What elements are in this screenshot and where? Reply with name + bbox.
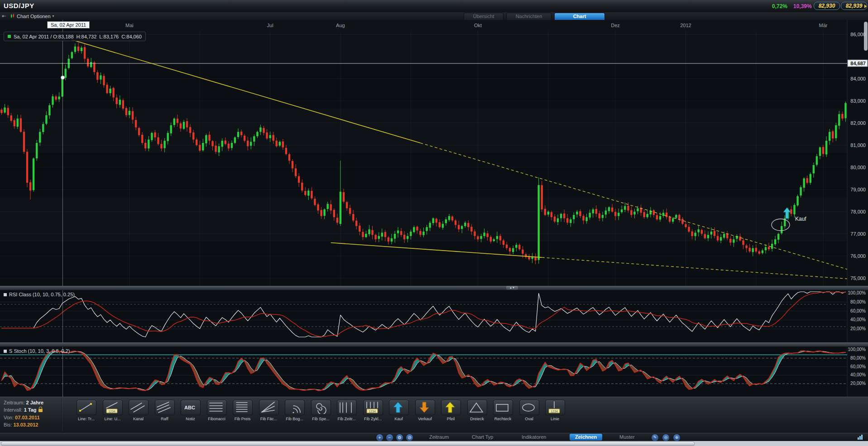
- fib-retracement-icon: [207, 400, 225, 414]
- tool-trend-line-badge[interactable]: 1234Line: U...: [100, 400, 125, 421]
- rsi-label: RSI Class (10, 10, 0.75, 0.25): [4, 292, 75, 297]
- chevron-down-icon: ▾: [53, 14, 54, 18]
- svg-text:2012: 2012: [680, 23, 691, 28]
- fib-price-icon: [233, 400, 250, 414]
- svg-text:Okt: Okt: [474, 23, 482, 28]
- tool-label: Pfeil: [438, 417, 464, 421]
- candlestick-plot[interactable]: MaiJulAugOktDez2012Mär86,00084,00083,000…: [0, 20, 868, 286]
- svg-text:40,00%: 40,00%: [850, 317, 866, 322]
- horizontal-scrollbar-thumb[interactable]: [1, 441, 695, 446]
- lock-icon[interactable]: [38, 409, 43, 412]
- tool-rectangle[interactable]: Rechteck: [490, 400, 516, 421]
- range-info: Zeitraum: 2 Jahre: [4, 400, 43, 405]
- stoch-square-icon: [4, 350, 7, 353]
- ctrl-tab-indikatoren[interactable]: Indikatoren: [522, 434, 546, 440]
- tab-chart[interactable]: Chart: [554, 13, 605, 20]
- svg-text:Aug: Aug: [336, 23, 345, 28]
- dock-toggle-icon[interactable]: ⇤: [2, 13, 6, 19]
- ctrl-tab-chart-typ[interactable]: Chart Typ: [472, 434, 494, 440]
- svg-text:79,000: 79,000: [850, 187, 866, 192]
- buy-annotation-label: Kauf: [795, 216, 806, 222]
- oval-icon: [520, 400, 537, 414]
- pencil-icon[interactable]: ✎: [651, 434, 659, 441]
- tool-raff[interactable]: Raff: [152, 400, 177, 421]
- fib-spiral-icon: [312, 400, 329, 414]
- move-icon[interactable]: ⊕: [673, 434, 681, 441]
- svg-text:60,00%: 60,00%: [850, 364, 866, 369]
- vertical-scrollbar-thumb[interactable]: [864, 22, 868, 51]
- stochastic-label: S Stoch (10, 10, 3, 0.8, 0.2): [4, 348, 70, 354]
- svg-text:77,000: 77,000: [850, 231, 866, 237]
- svg-text:Dez: Dez: [611, 23, 620, 28]
- ctrl-tab-zeitraum[interactable]: Zeitraum: [429, 434, 449, 440]
- tool-label: Fibonacci: [204, 417, 230, 421]
- trend-line-icon: [77, 400, 94, 414]
- tool-fib-spiral[interactable]: Fib Spe...: [308, 400, 334, 421]
- tool-label: Verkauf: [412, 417, 438, 421]
- block-button[interactable]: ⊘: [406, 434, 413, 441]
- from-date-info: Von: 07.03.2011: [4, 415, 40, 420]
- tool-fib-time[interactable]: Fib Zeitr...: [334, 400, 360, 421]
- tool-fib-retracement[interactable]: Fibonacci: [204, 400, 230, 421]
- symbol-title: USD/JPY: [4, 2, 34, 9]
- svg-text:100,00%: 100,00%: [848, 347, 866, 352]
- rsi-panel[interactable]: 100,00%80,00%60,00%40,00%20,00%: [0, 289, 868, 342]
- tool-fib-cycle[interactable]: 1234Fib Zykl...: [360, 400, 386, 421]
- tool-buy-arrow[interactable]: Kauf: [386, 400, 412, 421]
- ctrl-tab-muster[interactable]: Muster: [619, 434, 635, 440]
- tool-label: Raff: [152, 417, 177, 421]
- gear-button[interactable]: ⚙: [396, 434, 403, 441]
- minus-button[interactable]: −: [386, 434, 393, 441]
- tool-label: Oval: [516, 417, 542, 421]
- svg-text:81,000: 81,000: [850, 142, 866, 148]
- tool-note-abc[interactable]: ABCNotiz: [177, 400, 203, 421]
- tab-nachrichten[interactable]: Nachrichten: [506, 13, 551, 20]
- tool-label: Fib Fäc...: [256, 417, 282, 421]
- tool-sell-arrow[interactable]: Verkauf: [412, 400, 438, 421]
- plus-button[interactable]: +: [376, 434, 384, 441]
- fib-arc-icon: [285, 400, 302, 414]
- fib-time-icon: [337, 400, 355, 414]
- raff-icon: [155, 400, 173, 414]
- tool-label: Fib Bog...: [282, 417, 307, 421]
- panel-resize-divider[interactable]: ▲▼: [0, 286, 868, 290]
- trend-line-badge-icon: 1234: [103, 400, 120, 414]
- legend-square-icon: [8, 35, 11, 38]
- tool-triangle[interactable]: Dreieck: [464, 400, 490, 421]
- tool-channel[interactable]: Kanal: [125, 400, 151, 421]
- tool-line-badge[interactable]: 1234Linie: [542, 400, 568, 421]
- tool-label: Fib Spe...: [308, 417, 334, 421]
- tool-oval[interactable]: Oval: [516, 400, 542, 421]
- stochastic-panel[interactable]: 100,00%80,00%60,00%40,00%20,00%: [0, 346, 868, 397]
- svg-text:80,000: 80,000: [850, 165, 866, 170]
- svg-text:Mär: Mär: [819, 23, 828, 28]
- tool-label: Dreieck: [464, 417, 490, 421]
- tool-fib-arc[interactable]: Fib Bog...: [282, 400, 307, 421]
- chart-mini-icon[interactable]: [858, 435, 863, 440]
- main-chart-panel[interactable]: MaiJulAugOktDez2012Mär86,00084,00083,000…: [0, 20, 868, 286]
- panel-resize-divider-2[interactable]: [0, 342, 868, 347]
- interval-info: Intervall: 1 Tag: [4, 407, 43, 413]
- annotation-circle: [772, 219, 790, 231]
- tool-arrow[interactable]: Pfeil: [438, 400, 464, 421]
- target-icon[interactable]: ◎: [662, 434, 670, 441]
- tool-label: Kauf: [386, 417, 412, 421]
- svg-text:Mai: Mai: [125, 23, 134, 28]
- fib-cycle-icon: 1234: [364, 400, 381, 414]
- triangle-icon: [468, 400, 485, 414]
- buy-annotation[interactable]: Kauf: [769, 204, 828, 237]
- tool-fib-fan[interactable]: Fib Fäc...: [256, 400, 282, 421]
- tab-uebersicht[interactable]: Übersicht: [464, 13, 504, 20]
- ctrl-tab-zeichnen[interactable]: Zeichnen: [570, 434, 602, 441]
- panel-collapse-widget[interactable]: ▲▼: [506, 286, 518, 290]
- quote-arrow-icon: [864, 5, 867, 8]
- tool-fib-price[interactable]: Fib Preis: [230, 400, 255, 421]
- tool-trend-line[interactable]: Line: Tr...: [73, 400, 99, 421]
- buy-price-button[interactable]: 82,939: [841, 2, 867, 10]
- chart-options-button[interactable]: Chart Optionen ▾: [10, 13, 54, 19]
- svg-text:60,00%: 60,00%: [850, 308, 866, 313]
- tool-label: Notiz: [177, 417, 203, 421]
- sell-price-button[interactable]: 82,930: [814, 2, 840, 10]
- rsi-plot: 100,00%80,00%60,00%40,00%20,00%: [0, 289, 868, 342]
- tool-label: Fib Preis: [230, 417, 255, 421]
